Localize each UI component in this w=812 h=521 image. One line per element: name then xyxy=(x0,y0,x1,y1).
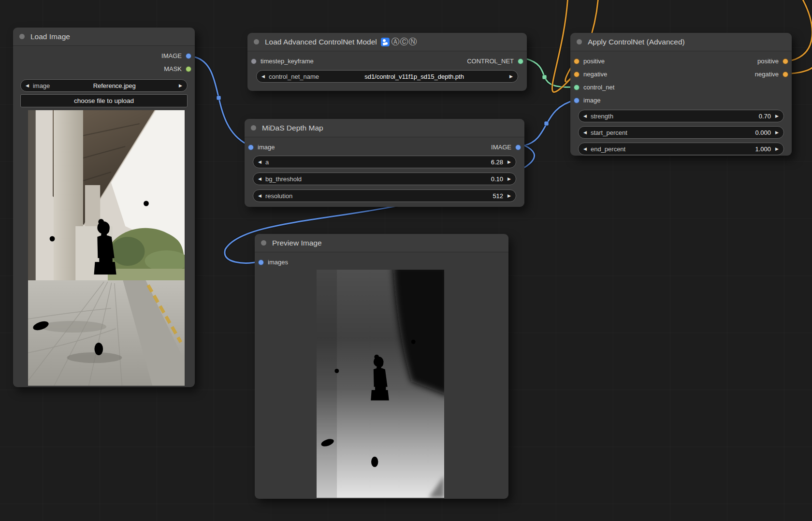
node-controlnet-loader: Load Advanced ControlNet Model Ⓐ Ⓒ Ⓝ tim… xyxy=(247,33,527,91)
node-title: Preview Image xyxy=(272,239,322,247)
input-port-dot-icon[interactable] xyxy=(574,98,580,103)
input-image[interactable]: image xyxy=(248,144,275,151)
node-header[interactable]: Load Image xyxy=(13,28,195,46)
widget-right-arrow-icon[interactable]: ▶ xyxy=(508,160,511,164)
collapse-dot-icon[interactable] xyxy=(19,34,25,39)
output-mask[interactable]: MASK xyxy=(164,65,191,72)
input-port-dot-icon[interactable] xyxy=(574,85,580,90)
node-midas-depth-map: MiDaS Depth Map image IMAGE ◀ a 6.28 ▶ ◀… xyxy=(245,119,524,207)
widget-left-arrow-icon[interactable]: ◀ xyxy=(261,74,265,79)
widget-left-arrow-icon[interactable]: ◀ xyxy=(258,160,261,164)
control-net-name-widget[interactable]: ◀ control_net_name sd1/control_v11f1p_sd… xyxy=(256,70,518,83)
widget-left-arrow-icon[interactable]: ◀ xyxy=(258,194,261,198)
output-port-dot-icon[interactable] xyxy=(515,145,521,150)
input-positive[interactable]: positive xyxy=(574,58,605,65)
strength-widget[interactable]: ◀ strength 0.70 ▶ xyxy=(578,110,784,122)
node-graph-canvas[interactable]: Load Image IMAGE MASK ◀ image Reference.… xyxy=(0,0,812,521)
input-images[interactable]: images xyxy=(258,259,288,266)
choose-file-button[interactable]: choose file to upload xyxy=(20,94,188,107)
output-port-dot-icon[interactable] xyxy=(518,58,523,64)
collapse-dot-icon[interactable] xyxy=(261,240,266,246)
widget-right-arrow-icon[interactable]: ▶ xyxy=(509,74,513,79)
output-image[interactable]: IMAGE xyxy=(491,144,521,151)
end-percent-widget[interactable]: ◀ end_percent 1.000 ▶ xyxy=(578,143,784,155)
widget-left-arrow-icon[interactable]: ◀ xyxy=(258,177,261,181)
widget-right-arrow-icon[interactable]: ▶ xyxy=(179,84,182,88)
start-percent-widget[interactable]: ◀ start_percent 0.000 ▶ xyxy=(578,126,784,139)
badge-n-icon: Ⓝ xyxy=(409,38,417,46)
widget-right-arrow-icon[interactable]: ▶ xyxy=(508,177,511,181)
input-control-net[interactable]: control_net xyxy=(574,84,614,91)
node-title: Load Image xyxy=(30,32,70,41)
input-port-dot-icon[interactable] xyxy=(248,145,254,150)
input-port-dot-icon[interactable] xyxy=(258,260,264,265)
wire-image-to-midas xyxy=(195,57,249,145)
collapse-dot-icon[interactable] xyxy=(577,39,582,44)
input-negative[interactable]: negative xyxy=(574,71,607,78)
link-midpoint-dot xyxy=(542,75,547,79)
input-port-dot-icon[interactable] xyxy=(574,72,580,77)
bg-threshold-widget[interactable]: ◀ bg_threshold 0.10 ▶ xyxy=(253,173,516,185)
wire-midas-to-apply xyxy=(524,100,575,145)
widget-left-arrow-icon[interactable]: ◀ xyxy=(583,147,587,151)
node-header[interactable]: Apply ControlNet (Advanced) xyxy=(570,33,792,51)
loaded-image-preview xyxy=(28,110,185,386)
widget-left-arrow-icon[interactable]: ◀ xyxy=(583,114,587,118)
output-port-dot-icon[interactable] xyxy=(186,66,191,72)
node-title: Apply ControlNet (Advanced) xyxy=(588,38,685,46)
output-positive[interactable]: positive xyxy=(757,58,788,65)
node-title: Load Advanced ControlNet Model xyxy=(265,38,377,46)
output-negative[interactable]: negative xyxy=(755,71,788,78)
collapse-dot-icon[interactable] xyxy=(251,125,256,130)
input-image[interactable]: image xyxy=(574,97,600,104)
node-apply-controlnet: Apply ControlNet (Advanced) positive pos… xyxy=(570,33,792,156)
node-load-image: Load Image IMAGE MASK ◀ image Reference.… xyxy=(13,28,195,387)
output-port-dot-icon[interactable] xyxy=(186,53,191,59)
widget-right-arrow-icon[interactable]: ▶ xyxy=(775,114,779,118)
link-midpoint-dot xyxy=(217,96,221,100)
widget-right-arrow-icon[interactable]: ▶ xyxy=(775,147,779,151)
link-midpoint-dot xyxy=(544,121,549,126)
wire-negative-out xyxy=(792,50,812,73)
image-combo-widget[interactable]: ◀ image Reference.jpeg ▶ xyxy=(20,79,188,92)
resolution-widget[interactable]: ◀ resolution 512 ▶ xyxy=(253,189,516,202)
node-title: MiDaS Depth Map xyxy=(262,124,323,132)
badge-a-icon: Ⓐ xyxy=(392,38,400,46)
output-port-dot-icon[interactable] xyxy=(783,58,788,64)
input-timestep-keyframe[interactable]: timestep_keyframe xyxy=(251,58,314,65)
depth-map-preview xyxy=(317,270,444,498)
node-header[interactable]: Preview Image xyxy=(255,234,508,252)
widget-left-arrow-icon[interactable]: ◀ xyxy=(583,130,587,135)
input-port-dot-icon[interactable] xyxy=(251,58,257,64)
wire-positive-out xyxy=(792,0,812,60)
node-preview-image: Preview Image images xyxy=(255,234,508,499)
widget-right-arrow-icon[interactable]: ▶ xyxy=(775,130,779,135)
node-header[interactable]: Load Advanced ControlNet Model Ⓐ Ⓒ Ⓝ xyxy=(247,33,527,51)
output-control-net[interactable]: CONTROL_NET xyxy=(467,58,523,65)
output-image[interactable]: IMAGE xyxy=(161,52,191,59)
node-header[interactable]: MiDaS Depth Map xyxy=(245,119,524,137)
widget-left-arrow-icon[interactable]: ◀ xyxy=(26,84,29,88)
input-port-dot-icon[interactable] xyxy=(574,58,580,64)
node-badges: Ⓐ Ⓒ Ⓝ xyxy=(381,38,417,46)
passport-control-badge-icon xyxy=(381,38,390,46)
collapse-dot-icon[interactable] xyxy=(254,39,259,44)
badge-c-icon: Ⓒ xyxy=(400,38,408,46)
output-port-dot-icon[interactable] xyxy=(783,72,788,77)
a-widget[interactable]: ◀ a 6.28 ▶ xyxy=(253,156,516,168)
widget-right-arrow-icon[interactable]: ▶ xyxy=(508,194,511,198)
